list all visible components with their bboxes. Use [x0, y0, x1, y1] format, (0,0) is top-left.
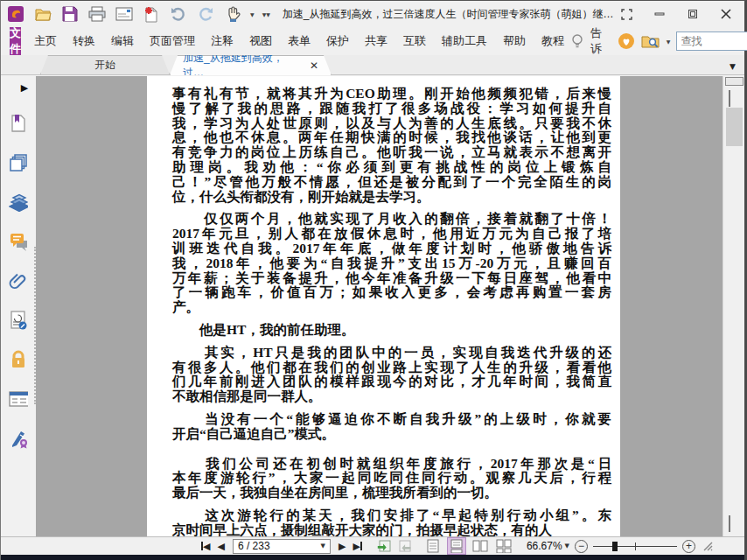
zoom-in-button[interactable]: +: [682, 540, 695, 553]
document-view[interactable]: 事有礼有节，就将其升为CEO助理。刚开始他频频犯错，后来慢慢了解了我的思路，跟随…: [36, 76, 744, 536]
menu-item[interactable]: 互联: [397, 29, 432, 53]
facing-layout-icon[interactable]: [471, 538, 489, 554]
text-line: 我，学习为人处世原则，以及与人为善的人生底线。只要我不休: [172, 116, 611, 131]
continuous-layout-icon[interactable]: [448, 538, 465, 554]
paragraph: 事有礼有节，就将其升为CEO助理。刚开始他频频犯错，后来慢慢了解了我的思路，跟随…: [172, 87, 611, 204]
text-line: 2017年元旦，别人都在放假休息时，他用近万元为自己报了培: [172, 227, 611, 242]
menu-item[interactable]: 页面管理: [143, 29, 201, 53]
restore-icon[interactable]: [685, 6, 701, 22]
save-icon[interactable]: [60, 4, 80, 24]
menu-item[interactable]: 帮助: [497, 29, 532, 53]
layers-panel-icon[interactable]: [9, 192, 28, 212]
window-controls: [618, 6, 739, 22]
hand-tool-dropdown-icon[interactable]: ▼: [250, 11, 255, 18]
previous-page-button[interactable]: ◀: [217, 541, 224, 552]
folder-search-dropdown-icon[interactable]: ▼: [667, 38, 671, 45]
text-line: 当没有一个“能够逼迫你不断自我升级”的上级时，你就要: [172, 412, 611, 427]
close-icon[interactable]: [718, 6, 734, 22]
email-icon[interactable]: [115, 4, 134, 24]
zoom-out-button[interactable]: −: [575, 540, 588, 553]
heart-icon[interactable]: [618, 32, 635, 50]
app-window: ▼ ▼▼ 加速_从拖延到高效，过三倍速度人生（时间管理专家张萌（萌姐）继《人生效…: [0, 0, 747, 560]
menu-item[interactable]: 辅助工具: [436, 29, 493, 53]
split-view-handle[interactable]: [725, 77, 744, 86]
hand-tool-icon[interactable]: [223, 4, 242, 24]
file-menu-button[interactable]: 文件: [10, 27, 21, 55]
expand-panel-icon[interactable]: ▶: [21, 82, 28, 94]
tab-list-dropdown-icon[interactable]: ▼: [730, 62, 744, 71]
attachments-panel-icon[interactable]: [9, 271, 28, 290]
page-dropdown-icon[interactable]: ▼: [321, 542, 325, 550]
new-document-icon[interactable]: [142, 4, 161, 24]
comments-panel-icon[interactable]: [9, 232, 28, 251]
zoom-slider[interactable]: [593, 540, 677, 553]
menu-bar: 文件 主页转换编辑页面管理注释视图表单保护共享互联辅助工具帮助教程 告诉 ▼: [1, 27, 744, 55]
text-line: 慢了解了我的思路，跟随我打了很多场战役：学习如何提升自: [172, 102, 611, 116]
search-box[interactable]: [676, 32, 747, 51]
pdf-page[interactable]: 事有礼有节，就将其升为CEO助理。刚开始他频频犯错，后来慢慢了解了我的思路，跟随…: [147, 76, 620, 536]
previous-view-icon[interactable]: [376, 539, 392, 553]
menu-item[interactable]: 转换: [66, 29, 101, 53]
text-line: 京时间早上六点，摄制组敲开大家的门，拍摄早起状态，有的人: [172, 523, 611, 536]
paragraph: 我们公司还在初创时就组织年度旅行，2017年那次是“日本年度游轮行”，大家一起同…: [172, 457, 611, 500]
text-line: 训班迭代自我。2017年年底，做年度计划时，他骄傲地告诉: [172, 242, 611, 256]
paragraph: 其实，HT只是我的团队中的一员，实现自我迭代升级的还有很多人。他们都在我们的创业…: [172, 346, 611, 404]
redo-icon[interactable]: [196, 4, 215, 24]
zoom-slider-handle[interactable]: [612, 542, 618, 551]
customize-toolbar-icon[interactable]: ▼▼: [262, 11, 270, 18]
scroll-up-icon[interactable]: [729, 92, 730, 108]
page-number-box[interactable]: 6 / 233 ▼: [233, 539, 331, 554]
zoom-level-value[interactable]: 66.67%: [527, 540, 562, 552]
menu-item[interactable]: 保护: [320, 29, 355, 53]
window-bottom-edge: [1, 555, 744, 560]
undo-icon[interactable]: [169, 4, 188, 24]
last-page-button[interactable]: ▶: [353, 541, 361, 552]
text-line: 其实，HT只是我的团队中的一员，实现自我迭代升级的还: [172, 346, 611, 360]
tab-close-icon[interactable]: ✕: [310, 60, 318, 72]
tab-document-active[interactable]: 加速_从拖延到高效，过… ✕: [170, 55, 332, 75]
certificates-panel-icon[interactable]: [9, 311, 28, 330]
open-file-icon[interactable]: [33, 4, 52, 24]
text-line: 产。: [172, 300, 611, 315]
menu-item[interactable]: 共享: [359, 29, 394, 53]
bookmarks-panel-icon[interactable]: [9, 114, 28, 133]
tell-me-label[interactable]: 告诉: [590, 25, 611, 57]
foxit-logo-icon[interactable]: [6, 4, 25, 24]
vertical-scrollbar[interactable]: [723, 76, 744, 536]
text-line: 最后一天，我独自坐在房间里，梳理我所看到的一切。: [172, 486, 611, 500]
lightbulb-icon[interactable]: [570, 33, 584, 49]
scroll-down-icon[interactable]: [729, 517, 730, 533]
menu-items: 主页转换编辑页面管理注释视图表单保护共享互联辅助工具帮助教程: [28, 29, 570, 53]
scrollbar-thumb[interactable]: [726, 108, 743, 146]
menu-item[interactable]: 教程: [535, 29, 570, 53]
paragraph: 当没有一个“能够逼迫你不断自我升级”的上级时，你就要开启“自己逼迫自己”模式。: [172, 412, 611, 442]
menu-item[interactable]: 主页: [28, 29, 63, 53]
text-line: 万年薪；关于装备提升，他今年准备升级一下每日座驾，他看中: [172, 271, 611, 286]
window-title: 加速_从拖延到高效，过三倍速度人生（时间管理专家张萌（萌姐）继《人生效率手…: [283, 7, 618, 22]
form-fields-panel-icon[interactable]: [9, 389, 28, 409]
folder-search-icon[interactable]: [641, 33, 660, 49]
resize-grip-icon[interactable]: [702, 541, 713, 551]
paragraph: 他是HT，我的前任助理。: [172, 323, 611, 338]
security-panel-icon[interactable]: [9, 350, 28, 369]
menu-item[interactable]: 表单: [282, 29, 317, 53]
text-line: 我们公司还在初创时就组织年度旅行，2017年那次是“日: [172, 457, 611, 472]
continuous-facing-layout-icon[interactable]: [495, 538, 513, 554]
tab-start[interactable]: 开始: [40, 55, 170, 74]
menu-item[interactable]: 注释: [205, 29, 240, 53]
menu-item[interactable]: 编辑: [105, 29, 140, 53]
document-text: 事有礼有节，就将其升为CEO助理。刚开始他频频犯错，后来慢慢了解了我的思路，跟随…: [147, 76, 620, 536]
next-view-icon[interactable]: [398, 539, 414, 553]
signatures-panel-icon[interactable]: [9, 429, 28, 448]
text-line: 了一辆跑车，价值百万；如果收入更多，会考虑再购置一套房: [172, 285, 611, 300]
print-icon[interactable]: [87, 4, 107, 24]
menu-item[interactable]: 视图: [243, 29, 278, 53]
zoom-dropdown-icon[interactable]: ▼: [565, 542, 569, 550]
minimize-icon[interactable]: [652, 6, 667, 22]
page-thumbnails-panel-icon[interactable]: [9, 153, 28, 172]
single-page-layout-icon[interactable]: [424, 538, 442, 554]
first-page-button[interactable]: ◀: [201, 541, 210, 552]
search-input[interactable]: [681, 35, 747, 47]
next-page-button[interactable]: ▶: [339, 541, 346, 552]
fullscreen-icon[interactable]: [618, 6, 634, 22]
